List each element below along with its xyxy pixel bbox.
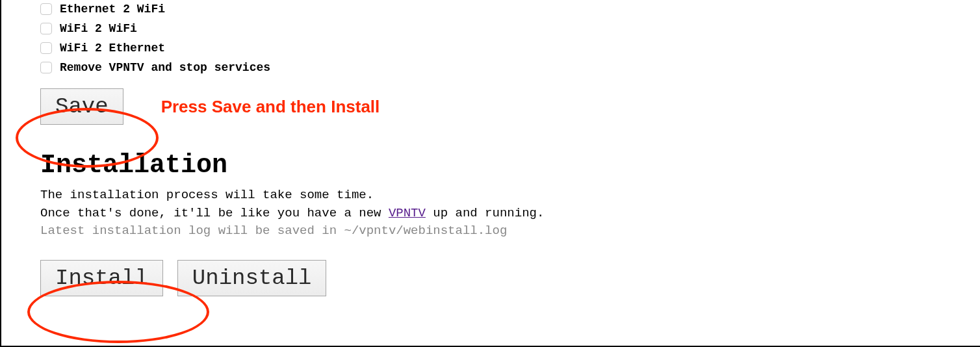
option-row-ethernet-2-wifi[interactable]: Ethernet 2 WiFi: [40, 3, 980, 16]
option-row-remove-vpntv[interactable]: Remove VPNTV and stop services: [40, 61, 980, 74]
checkbox-icon[interactable]: [40, 23, 52, 34]
option-label: Ethernet 2 WiFi: [60, 3, 165, 16]
checkbox-icon[interactable]: [40, 3, 52, 15]
annotation-text: Press Save and then Install: [161, 97, 380, 117]
checkbox-icon[interactable]: [40, 62, 52, 73]
desc-post: up and running.: [426, 206, 544, 220]
option-row-wifi-2-ethernet[interactable]: WiFi 2 Ethernet: [40, 42, 980, 55]
option-label: WiFi 2 Ethernet: [60, 42, 165, 55]
installation-log-path: Latest installation log will be saved in…: [40, 224, 980, 238]
option-label: WiFi 2 WiFi: [60, 22, 137, 35]
save-button[interactable]: Save: [40, 88, 123, 125]
installation-description-line1: The installation process will take some …: [40, 186, 980, 205]
installation-heading: Installation: [40, 151, 980, 180]
desc-pre: Once that's done, it'll be like you have…: [40, 206, 389, 220]
option-label: Remove VPNTV and stop services: [60, 61, 270, 74]
uninstall-button[interactable]: Uninstall: [177, 260, 327, 296]
checkbox-icon[interactable]: [40, 42, 52, 54]
install-button[interactable]: Install: [40, 260, 163, 296]
vpntv-link[interactable]: VPNTV: [389, 206, 426, 220]
option-row-wifi-2-wifi[interactable]: WiFi 2 WiFi: [40, 22, 980, 35]
installation-description-line2: Once that's done, it'll be like you have…: [40, 205, 980, 223]
